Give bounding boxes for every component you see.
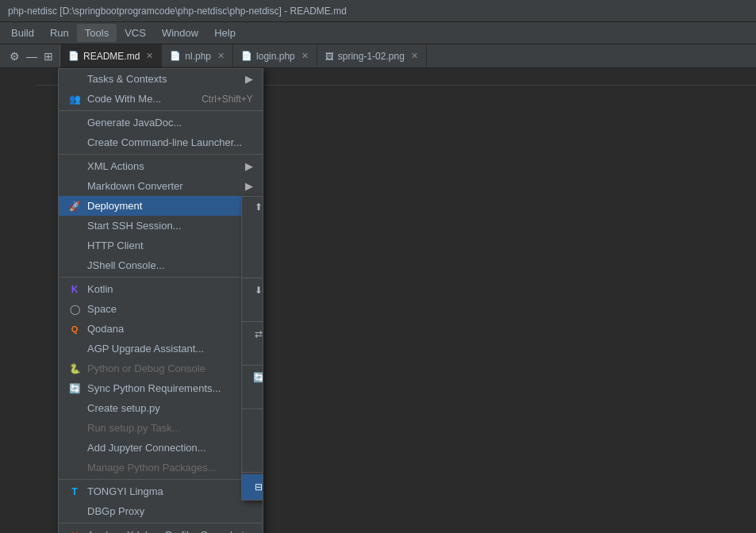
tab-springpng[interactable]: 🖼 spring-1-02.png ✕ [317, 44, 427, 67]
nlphp-tab-close[interactable]: ✕ [217, 51, 224, 61]
menu-item-create-setup[interactable]: Create setup.py [59, 398, 263, 418]
submenu-download-from[interactable]: Download from... [242, 300, 263, 320]
space-label: Space [87, 303, 117, 315]
tab-readme[interactable]: 📄 README.md ✕ [60, 44, 162, 67]
tab-nlphp[interactable]: 📄 nl.php ✕ [162, 44, 233, 67]
xml-label: XML Actions [87, 160, 144, 172]
submenu-upload-to[interactable]: Upload to... Ctrl+Alt+Shift+X [242, 217, 263, 236]
markdown-arrow: ▶ [245, 180, 253, 192]
tasks-label: Tasks & Contexts [87, 73, 167, 85]
menu-item-dbgp[interactable]: DBGp Proxy [59, 501, 263, 521]
submenu-options[interactable]: Options... [242, 431, 263, 451]
submenu-sep3 [242, 365, 263, 366]
menu-tools[interactable]: Tools [77, 24, 117, 42]
code-with-me-shortcut: Ctrl+Shift+Y [201, 94, 253, 105]
submenu-compare-deployed[interactable]: ⇄ Compare with Deployed Version on cativ… [242, 324, 263, 343]
qodana-label: Qodana [87, 323, 124, 335]
generate-javadoc-label: Generate JavaDoc... [87, 117, 182, 128]
menu-item-http[interactable]: HTTP Client ▶ [59, 236, 263, 255]
menu-item-markdown[interactable]: Markdown Converter ▶ [59, 176, 263, 196]
submenu-browse-remote[interactable]: ⊟ Browse Remote Host ➜ [242, 474, 263, 500]
menu-item-run-setup: Run setup.py Task... [59, 418, 263, 438]
tab-loginphp[interactable]: 📄 login.php ✕ [233, 44, 317, 67]
code-with-me-icon: 👥 [68, 94, 81, 105]
submenu-sep2 [242, 321, 263, 322]
python-debug-label: Python or Debug Console [87, 362, 205, 374]
tab-bar: ⚙ — ⊞ 📄 README.md ✕ 📄 nl.php ✕ 📄 login.p… [0, 44, 756, 68]
create-setup-label: Create setup.py [87, 402, 160, 414]
readme-tab-close[interactable]: ✕ [146, 51, 153, 61]
springpng-tab-close[interactable]: ✕ [411, 51, 418, 61]
menu-item-code-with-me[interactable]: 👥 Code With Me... Ctrl+Shift+Y [59, 89, 263, 109]
browse-remote-icon: ⊟ [251, 481, 263, 493]
submenu-compare-to[interactable]: Compare with Deployed to ... [242, 343, 263, 363]
sep3 [59, 277, 263, 278]
submenu-sync-cativen[interactable]: 🔄 Sync with Deployed to cativen... [242, 367, 263, 387]
menu-build[interactable]: Build [3, 24, 42, 42]
submenu-configuration[interactable]: Configuration... [242, 411, 263, 431]
layout-icon[interactable]: ⊞ [42, 48, 55, 64]
submenu-auto-upload[interactable]: Automatic Upload [242, 451, 263, 470]
submenu-upload-cativen[interactable]: ⬆ Upload to cativen [242, 197, 263, 217]
deployment-submenu: ⬆ Upload to cativen Upload to... Ctrl+Al… [241, 196, 263, 500]
dbgp-label: DBGp Proxy [87, 505, 144, 517]
submenu-sep5 [242, 472, 263, 473]
readme-tab-icon: 📄 [68, 51, 79, 61]
menu-item-qodana[interactable]: Q Qodana ▶ [59, 319, 263, 339]
menu-window[interactable]: Window [154, 24, 206, 42]
title-bar: php-netdisc [D:\springbootprogramcode\ph… [0, 0, 756, 22]
sep5 [59, 523, 263, 523]
compare-deployed-icon: ⇄ [251, 328, 263, 339]
springpng-tab-icon: 🖼 [325, 52, 334, 61]
menu-item-create-cmd[interactable]: Create Command-line Launcher... [59, 132, 263, 152]
qodana-icon: Q [68, 324, 81, 334]
download-cativen-icon: ⬇ [251, 285, 263, 296]
sep4 [59, 479, 263, 480]
menu-item-kotlin[interactable]: K Kotlin ▶ [59, 279, 263, 299]
menu-item-analyze[interactable]: ✕ Analyze Xdebug Profiler Snapshot... [59, 525, 263, 533]
menu-item-space[interactable]: ◯ Space ▶ [59, 299, 263, 319]
menu-item-xml[interactable]: XML Actions ▶ [59, 156, 263, 176]
tools-dropdown: Tasks & Contexts ▶ 👥 Code With Me... Ctr… [58, 68, 263, 533]
settings-icon[interactable]: ⚙ [8, 48, 21, 64]
loginphp-tab-close[interactable]: ✕ [301, 51, 309, 61]
analyze-label: Analyze Xdebug Profiler Snapshot... [87, 529, 253, 533]
menu-item-agp[interactable]: AGP Upgrade Assistant... [59, 339, 263, 359]
jshell-label: JShell Console... [87, 259, 165, 271]
menu-item-tasks[interactable]: Tasks & Contexts ▶ [59, 69, 263, 89]
submenu-upload-all-cativen[interactable]: Upload All Opened Files to cativen [242, 236, 263, 256]
title-text: php-netdisc [D:\springbootprogramcode\ph… [8, 6, 347, 17]
minimize-icon[interactable]: — [25, 48, 39, 64]
tab-bar-icons: ⚙ — ⊞ [3, 44, 60, 67]
menu-item-generate-javadoc[interactable]: Generate JavaDoc... [59, 113, 263, 132]
submenu-sync-to[interactable]: Sync with Deployed to ... [242, 387, 263, 407]
menu-help[interactable]: Help [206, 24, 244, 42]
submenu-upload-all-to[interactable]: Upload All Open Files to... [242, 256, 263, 276]
submenu-sep1 [242, 278, 263, 278]
menu-bar: Build Run Tools VCS Window Help [0, 22, 756, 44]
markdown-label: Markdown Converter [87, 180, 183, 192]
tongyi-label: TONGYI Lingma [87, 485, 163, 497]
menu-item-tongyi[interactable]: T TONGYI Lingma [59, 481, 263, 501]
python-debug-icon: 🐍 [68, 363, 81, 374]
sync-cativen-icon: 🔄 [251, 372, 263, 383]
http-label: HTTP Client [87, 240, 144, 251]
add-jupyter-label: Add Jupyter Connection... [87, 442, 206, 454]
space-icon: ◯ [68, 304, 81, 315]
menu-run[interactable]: Run [42, 24, 77, 42]
kotlin-icon: K [68, 284, 81, 295]
submenu-download-cativen[interactable]: ⬇ Download from cativen [242, 280, 263, 300]
menu-item-python-debug: 🐍 Python or Debug Console [59, 359, 263, 378]
menu-item-deployment[interactable]: 🚀 Deployment ▶ ⬆ Upload to cativen Uploa… [59, 196, 263, 216]
sync-python-label: Sync Python Requirements... [87, 382, 221, 394]
menu-item-manage-python: Manage Python Packages... [59, 458, 263, 477]
submenu-sep4 [242, 408, 263, 409]
ssh-label: Start SSH Session... [87, 220, 182, 232]
tongyi-icon: T [68, 486, 81, 497]
menu-item-add-jupyter[interactable]: Add Jupyter Connection... [59, 438, 263, 458]
menu-item-jshell[interactable]: JShell Console... [59, 255, 263, 275]
sync-python-icon: 🔄 [68, 383, 81, 394]
menu-item-ssh[interactable]: Start SSH Session... [59, 216, 263, 236]
menu-vcs[interactable]: VCS [117, 24, 154, 42]
menu-item-sync-python[interactable]: 🔄 Sync Python Requirements... [59, 378, 263, 398]
